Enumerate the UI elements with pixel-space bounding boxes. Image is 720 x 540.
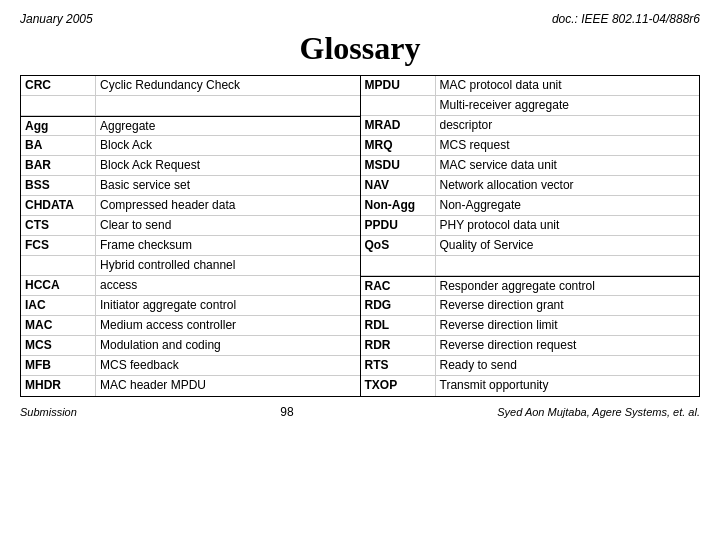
glossary-row [21, 96, 360, 116]
def-cell: Cyclic Redundancy Check [96, 76, 360, 95]
abbr-cell: NAV [361, 176, 436, 195]
glossary-row: CTSClear to send [21, 216, 360, 236]
def-cell: descriptor [436, 116, 700, 135]
def-cell: Transmit opportunity [436, 376, 700, 396]
abbr-cell: IAC [21, 296, 96, 315]
footer: Submission 98 Syed Aon Mujtaba, Agere Sy… [20, 405, 700, 419]
def-cell: MCS feedback [96, 356, 360, 375]
def-cell: Hybrid controlled channel [96, 256, 360, 275]
glossary-row: Multi-receiver aggregate [361, 96, 700, 116]
def-cell: Non-Aggregate [436, 196, 700, 215]
abbr-cell: MHDR [21, 376, 96, 396]
glossary-row: RTSReady to send [361, 356, 700, 376]
glossary-row: BABlock Ack [21, 136, 360, 156]
abbr-cell: MSDU [361, 156, 436, 175]
def-cell: Responder aggregate control [436, 277, 700, 295]
abbr-cell: MFB [21, 356, 96, 375]
glossary-row: CHDATACompressed header data [21, 196, 360, 216]
def-cell [96, 96, 360, 115]
glossary-row: AggAggregate [21, 116, 360, 136]
abbr-cell [21, 96, 96, 115]
glossary-row: RACResponder aggregate control [361, 276, 700, 296]
glossary-row: NAVNetwork allocation vector [361, 176, 700, 196]
def-cell: Ready to send [436, 356, 700, 375]
glossary-left: CRCCyclic Redundancy CheckAggAggregateBA… [21, 76, 361, 396]
glossary-row: QoSQuality of Service [361, 236, 700, 256]
def-cell: Reverse direction grant [436, 296, 700, 315]
glossary-table: CRCCyclic Redundancy CheckAggAggregateBA… [20, 75, 700, 397]
def-cell: Modulation and coding [96, 336, 360, 355]
header-date: January 2005 [20, 12, 93, 26]
glossary-row: MACMedium access controller [21, 316, 360, 336]
abbr-cell: BSS [21, 176, 96, 195]
abbr-cell: QoS [361, 236, 436, 255]
glossary-row: FCSFrame checksum [21, 236, 360, 256]
glossary-row: MPDUMAC protocol data unit [361, 76, 700, 96]
abbr-cell: HCCA [21, 276, 96, 295]
def-cell: Basic service set [96, 176, 360, 195]
abbr-cell [21, 256, 96, 275]
page-title: Glossary [20, 30, 700, 67]
def-cell: Reverse direction request [436, 336, 700, 355]
glossary-row: PPDUPHY protocol data unit [361, 216, 700, 236]
abbr-cell: MCS [21, 336, 96, 355]
glossary-row: Hybrid controlled channel [21, 256, 360, 276]
abbr-cell: BA [21, 136, 96, 155]
footer-page: 98 [280, 405, 293, 419]
abbr-cell: CHDATA [21, 196, 96, 215]
glossary-row: RDLReverse direction limit [361, 316, 700, 336]
page: January 2005 doc.: IEEE 802.11-04/888r6 … [0, 0, 720, 540]
def-cell: Network allocation vector [436, 176, 700, 195]
def-cell: Medium access controller [96, 316, 360, 335]
glossary-row: MFBMCS feedback [21, 356, 360, 376]
glossary-row: BSSBasic service set [21, 176, 360, 196]
abbr-cell: MAC [21, 316, 96, 335]
def-cell: MAC protocol data unit [436, 76, 700, 95]
def-cell: Aggregate [96, 117, 360, 135]
header: January 2005 doc.: IEEE 802.11-04/888r6 [20, 12, 700, 26]
def-cell: Frame checksum [96, 236, 360, 255]
abbr-cell: MPDU [361, 76, 436, 95]
def-cell: access [96, 276, 360, 295]
glossary-row: MSDUMAC service data unit [361, 156, 700, 176]
def-cell: Clear to send [96, 216, 360, 235]
glossary-row: IACInitiator aggregate control [21, 296, 360, 316]
abbr-cell: RDL [361, 316, 436, 335]
glossary-row: MRADdescriptor [361, 116, 700, 136]
abbr-cell: MRQ [361, 136, 436, 155]
glossary-right: MPDUMAC protocol data unitMulti-receiver… [361, 76, 700, 396]
glossary-row: TXOPTransmit opportunity [361, 376, 700, 396]
def-cell: Initiator aggregate control [96, 296, 360, 315]
def-cell: MAC header MPDU [96, 376, 360, 396]
abbr-cell: FCS [21, 236, 96, 255]
glossary-row: MHDRMAC header MPDU [21, 376, 360, 396]
footer-author: Syed Aon Mujtaba, Agere Systems, et. al. [497, 406, 700, 418]
abbr-cell [361, 96, 436, 115]
header-doc: doc.: IEEE 802.11-04/888r6 [552, 12, 700, 26]
abbr-cell: RDR [361, 336, 436, 355]
abbr-cell: PPDU [361, 216, 436, 235]
glossary-row: RDRReverse direction request [361, 336, 700, 356]
def-cell: Multi-receiver aggregate [436, 96, 700, 115]
def-cell: Compressed header data [96, 196, 360, 215]
abbr-cell: RTS [361, 356, 436, 375]
abbr-cell: RAC [361, 277, 436, 295]
glossary-row: RDGReverse direction grant [361, 296, 700, 316]
glossary-row: MCSModulation and coding [21, 336, 360, 356]
glossary-row: Non-AggNon-Aggregate [361, 196, 700, 216]
def-cell: Block Ack [96, 136, 360, 155]
def-cell [436, 256, 700, 275]
def-cell: MAC service data unit [436, 156, 700, 175]
abbr-cell: MRAD [361, 116, 436, 135]
footer-submission: Submission [20, 406, 77, 418]
def-cell: Quality of Service [436, 236, 700, 255]
abbr-cell: Agg [21, 117, 96, 135]
abbr-cell: TXOP [361, 376, 436, 396]
def-cell: MCS request [436, 136, 700, 155]
glossary-row: BARBlock Ack Request [21, 156, 360, 176]
abbr-cell: CRC [21, 76, 96, 95]
abbr-cell: RDG [361, 296, 436, 315]
def-cell: Reverse direction limit [436, 316, 700, 335]
glossary-row: HCCAaccess [21, 276, 360, 296]
abbr-cell [361, 256, 436, 275]
